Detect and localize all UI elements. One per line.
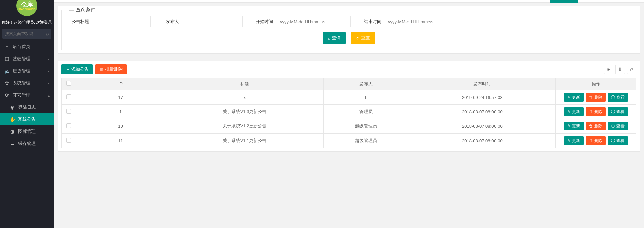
plus-icon: ＋	[66, 66, 70, 72]
columns-icon: ⊞	[607, 67, 611, 72]
delete-button[interactable]: 🗑 删除	[586, 122, 606, 130]
batch-delete-label: 批量删除	[105, 66, 123, 72]
cell-id: 17	[75, 90, 166, 105]
chevron-down-icon: ▾	[48, 81, 50, 85]
nav-sub: ◉ 登陆日志 ✋ 系统公告 ◑ 图标管理 ☁ 缓存管理	[0, 101, 54, 150]
chevron-up-icon: ▴	[48, 93, 50, 97]
row-checkbox[interactable]	[66, 138, 71, 143]
th-checkbox	[62, 78, 75, 90]
cell-title: 关于系统V1.2更新公告	[166, 119, 324, 134]
view-button[interactable]: ⓘ 查看	[608, 136, 628, 145]
reset-button[interactable]: ↻ 重置	[351, 32, 375, 44]
columns-button[interactable]: ⊞	[604, 65, 613, 74]
nav-label: 其它管理	[13, 92, 48, 98]
row-checkbox[interactable]	[66, 109, 71, 114]
cell-publisher: 管理员	[324, 105, 409, 119]
trash-icon: 🗑	[589, 95, 593, 100]
cell-pubtime: 2018-08-07 08:00:00	[409, 134, 555, 148]
sidebar: 仓库 WAREHOUSE 你好！超级管理员, 欢迎登录 ⌕ ⌂ 后台首页 ❒ 基…	[0, 0, 54, 228]
subnav-icons[interactable]: ◑ 图标管理	[0, 125, 54, 138]
update-button[interactable]: ✎ 更新	[564, 93, 584, 102]
subnav-cache[interactable]: ☁ 缓存管理	[0, 138, 54, 150]
nav-label: 登陆日志	[18, 104, 50, 110]
batch-delete-button[interactable]: 🗑 批量删除	[95, 64, 127, 74]
th-pubtime: 发布时间	[409, 78, 555, 90]
home-icon: ⌂	[4, 44, 10, 49]
cell-title: 关于系统V1.1更新公告	[166, 134, 324, 148]
chevron-down-icon: ▾	[48, 69, 50, 73]
nav-basic[interactable]: ❒ 基础管理 ▾	[0, 53, 54, 65]
cell-pubtime: 2018-08-07 08:00:00	[409, 119, 555, 134]
gear-icon: ✿	[4, 80, 10, 86]
delete-button[interactable]: 🗑 删除	[586, 107, 606, 116]
search-button[interactable]: ⌕ 查询	[323, 32, 346, 44]
print-icon: ⎙	[630, 67, 633, 72]
publisher-input[interactable]	[185, 16, 243, 27]
nav-system[interactable]: ✿ 系统管理 ▾	[0, 77, 54, 89]
field-endtime: 结束时间	[360, 16, 459, 27]
subnav-announcement[interactable]: ✋ 系统公告	[0, 113, 54, 125]
search-input[interactable]	[2, 29, 51, 39]
dash-icon: —	[69, 7, 74, 13]
endtime-input[interactable]	[385, 16, 459, 27]
title-input[interactable]	[93, 16, 151, 27]
reload-icon: ↻	[356, 36, 360, 41]
nav-purchase[interactable]: 🔈 进货管理 ▾	[0, 65, 54, 77]
table-row: 10关于系统V1.2更新公告超级管理员2018-08-07 08:00:00✎ …	[62, 119, 636, 134]
sidebar-search: ⌕	[0, 29, 54, 41]
cell-pubtime: 2018-08-07 08:00:00	[409, 105, 555, 119]
add-button[interactable]: ＋ 添加公告	[61, 64, 93, 74]
cell-pubtime: 2019-09-24 16:57:03	[409, 90, 555, 105]
update-button[interactable]: ✎ 更新	[564, 107, 584, 116]
cell-publisher: 超级管理员	[324, 134, 409, 148]
select-all-checkbox[interactable]	[66, 81, 71, 86]
starttime-label: 开始时间	[252, 18, 277, 25]
sound-icon: 🔈	[4, 68, 10, 74]
nav-home[interactable]: ⌂ 后台首页	[0, 41, 54, 53]
nav-label: 进货管理	[13, 68, 48, 74]
export-icon: ⇩	[618, 67, 622, 72]
export-button[interactable]: ⇩	[615, 65, 625, 74]
nav-other[interactable]: ⟳ 其它管理 ▴	[0, 89, 54, 101]
delete-button[interactable]: 🗑 删除	[586, 136, 606, 145]
view-button[interactable]: ⓘ 查看	[608, 122, 628, 130]
cell-title: 关于系统V1.3更新公告	[166, 105, 324, 119]
starttime-input[interactable]	[277, 16, 351, 27]
view-button[interactable]: ⓘ 查看	[608, 93, 628, 102]
row-checkbox[interactable]	[66, 123, 71, 128]
subnav-loginlog[interactable]: ◉ 登陆日志	[0, 101, 54, 113]
nav-label: 系统公告	[18, 116, 50, 122]
pencil-icon: ✎	[567, 138, 571, 143]
eye-icon: ◉	[9, 105, 15, 110]
nav-label: 后台首页	[13, 44, 50, 50]
th-publisher: 发布人	[324, 78, 409, 90]
update-button[interactable]: ✎ 更新	[564, 122, 584, 130]
legend-text: 查询条件	[76, 7, 96, 13]
nav-label: 基础管理	[13, 56, 48, 62]
view-button[interactable]: ⓘ 查看	[608, 107, 628, 116]
update-button[interactable]: ✎ 更新	[564, 136, 584, 145]
table-header-row: ID 标题 发布人 发布时间 操作	[62, 78, 636, 90]
nav: ⌂ 后台首页 ❒ 基础管理 ▾ 🔈 进货管理 ▾ ✿ 系统管理 ▾ ⟳ 其它	[0, 41, 54, 101]
info-icon: ⓘ	[611, 94, 615, 100]
cell-title: x	[166, 90, 324, 105]
query-form: 公告标题 发布人 开始时间 结束时间	[68, 16, 630, 27]
hand-icon: ✋	[9, 117, 15, 122]
row-checkbox[interactable]	[66, 94, 71, 99]
info-icon: ⓘ	[611, 109, 615, 115]
table-row: 11关于系统V1.1更新公告超级管理员2018-08-07 08:00:00✎ …	[62, 134, 636, 148]
topbar-active-tab[interactable]	[550, 0, 578, 3]
nav-label: 图标管理	[18, 128, 50, 135]
search-btn-label: 查询	[332, 35, 341, 41]
cell-publisher: 超级管理员	[324, 119, 409, 134]
search-icon[interactable]: ⌕	[46, 31, 49, 36]
print-button[interactable]: ⎙	[627, 65, 636, 74]
trash-icon: 🗑	[589, 138, 593, 143]
logo-text: 仓库	[21, 1, 33, 7]
endtime-label: 结束时间	[360, 18, 385, 25]
delete-button[interactable]: 🗑 删除	[586, 93, 606, 102]
title-label: 公告标题	[68, 18, 93, 25]
data-table: ID 标题 发布人 发布时间 操作 17xb2019-09-24 16:57:0…	[61, 78, 636, 148]
cube-icon: ❒	[4, 56, 10, 62]
info-icon: ⓘ	[611, 138, 615, 144]
